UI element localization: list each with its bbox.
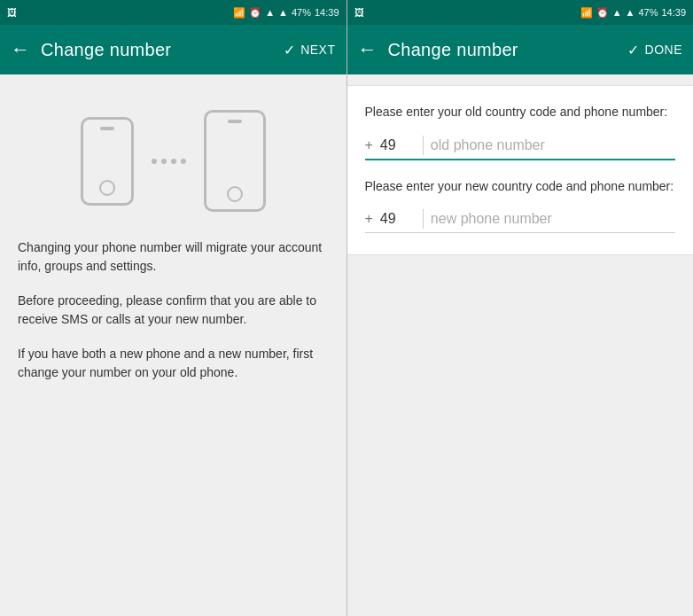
dot-4 <box>181 159 186 164</box>
alarm-icon: ⏰ <box>249 7 261 19</box>
left-content: Changing your phone number will migrate … <box>0 74 346 616</box>
check-icon-done: ✓ <box>627 42 640 58</box>
time-right: 14:39 <box>661 7 686 18</box>
new-number-section: Please enter your new country code and p… <box>365 178 676 234</box>
plus-sign-new: + <box>365 211 373 227</box>
phone-left-icon <box>81 117 134 206</box>
signal-icon: ▲ <box>278 7 288 18</box>
back-button-left[interactable]: ← <box>11 38 30 61</box>
new-number-description: Please enter your new country code and p… <box>365 178 676 196</box>
new-number-input-row[interactable]: + <box>365 209 676 233</box>
old-number-description: Please enter your old country code and p… <box>365 104 676 121</box>
dot-2 <box>161 159 167 164</box>
sim-icon-right: 📶 <box>580 7 593 19</box>
battery-percent-left: 47% <box>292 7 311 18</box>
input-divider-old <box>423 136 424 155</box>
form-card: Please enter your old country code and p… <box>347 85 694 255</box>
right-panel: 🖼 📶 ⏰ ▲ ▲ 47% 14:39 ← Change number ✓ DO… <box>347 0 694 616</box>
wifi-icon: ▲ <box>265 7 275 18</box>
done-label: DONE <box>645 43 682 57</box>
app-bar-right: ← Change number ✓ DONE <box>347 25 694 74</box>
right-content: Please enter your old country code and p… <box>347 74 694 616</box>
phone-right-icon <box>204 110 266 212</box>
battery-percent-right: 47% <box>638 7 658 18</box>
back-button-right[interactable]: ← <box>358 38 378 61</box>
time-left: 14:39 <box>315 7 339 18</box>
info-para-1: Changing your phone number will migrate … <box>18 238 329 276</box>
info-text-block: Changing your phone number will migrate … <box>0 238 346 400</box>
status-right-right-info: 📶 ⏰ ▲ ▲ 47% 14:39 <box>580 7 686 19</box>
status-right-info: 📶 ⏰ ▲ ▲ 47% 14:39 <box>233 7 339 19</box>
app-title-right: Change number <box>388 40 628 60</box>
info-para-3: If you have both a new phone and a new n… <box>18 345 329 382</box>
left-panel: 🖼 📶 ⏰ ▲ ▲ 47% 14:39 ← Change number ✓ NE… <box>0 0 347 616</box>
image-icon: 🖼 <box>7 7 17 18</box>
status-bar-right: 🖼 📶 ⏰ ▲ ▲ 47% 14:39 <box>347 0 694 25</box>
info-para-2: Before proceeding, please confirm that y… <box>18 292 329 329</box>
signal-icon-right: ▲ <box>626 7 635 18</box>
check-icon-next: ✓ <box>284 42 296 58</box>
new-phone-number-input[interactable] <box>431 211 675 227</box>
wifi-icon-right: ▲ <box>612 7 622 18</box>
alarm-icon-right: ⏰ <box>596 7 609 19</box>
dots-separator <box>152 159 186 164</box>
status-right-left-icons: 🖼 <box>354 7 364 18</box>
dot-1 <box>152 159 157 164</box>
old-country-code-input[interactable] <box>380 137 416 153</box>
old-phone-number-input[interactable] <box>431 137 675 153</box>
image-icon-right: 🖼 <box>354 7 364 18</box>
status-left-icons: 🖼 <box>7 7 17 18</box>
status-bar-left: 🖼 📶 ⏰ ▲ ▲ 47% 14:39 <box>0 0 346 25</box>
next-button[interactable]: ✓ NEXT <box>284 42 336 58</box>
sim-icon: 📶 <box>233 7 245 19</box>
dot-3 <box>171 159 176 164</box>
old-number-input-row[interactable]: + <box>365 136 676 160</box>
app-title-left: Change number <box>41 40 284 60</box>
next-label: NEXT <box>300 43 335 57</box>
old-number-section: Please enter your old country code and p… <box>365 104 676 160</box>
plus-sign-old: + <box>365 137 373 153</box>
app-bar-left: ← Change number ✓ NEXT <box>0 25 346 74</box>
phone-illustration <box>0 74 346 238</box>
input-divider-new <box>423 209 424 229</box>
new-country-code-input[interactable] <box>380 211 416 227</box>
done-button[interactable]: ✓ DONE <box>627 42 682 58</box>
